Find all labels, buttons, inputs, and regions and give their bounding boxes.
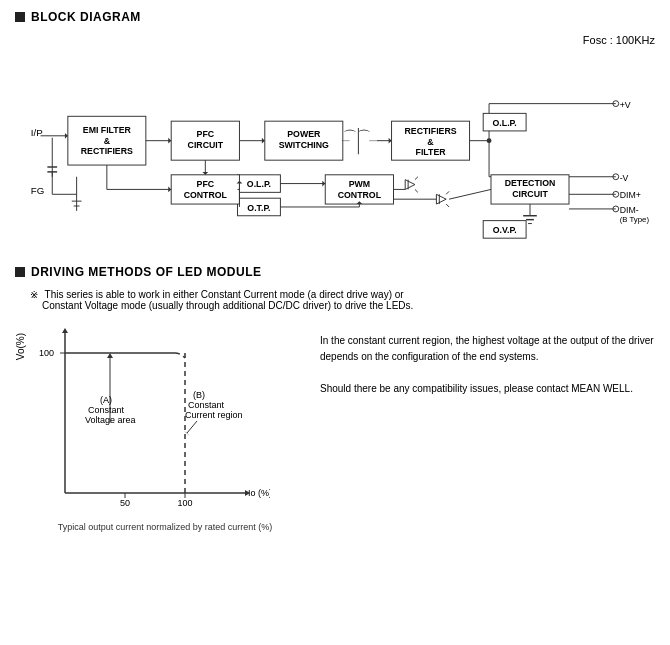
svg-text:CONTROL: CONTROL bbox=[184, 190, 228, 200]
svg-text:Voltage area: Voltage area bbox=[85, 415, 136, 425]
svg-text:DIM+: DIM+ bbox=[620, 190, 641, 200]
svg-text:&: & bbox=[104, 136, 111, 146]
header-square-icon-2 bbox=[15, 267, 25, 277]
block-diagram-container: I/P FG EMI FILTER & bbox=[15, 50, 655, 245]
svg-text:PWM: PWM bbox=[349, 179, 370, 189]
driving-methods-title: DRIVING METHODS OF LED MODULE bbox=[31, 265, 262, 279]
svg-text:FILTER: FILTER bbox=[416, 147, 447, 157]
svg-text:-V: -V bbox=[620, 173, 629, 183]
svg-text:&: & bbox=[427, 137, 434, 147]
note-line1: This series is able to work in either Co… bbox=[45, 289, 404, 300]
svg-text:Constant: Constant bbox=[88, 405, 125, 415]
driving-description: In the constant current region, the high… bbox=[320, 323, 654, 397]
chart-bottom-label: Typical output current normalized by rat… bbox=[30, 522, 300, 532]
svg-text:(B): (B) bbox=[193, 390, 205, 400]
fosc-label: Fosc : 100KHz bbox=[15, 34, 655, 46]
chart-svg: 100 50 100 Io (%) bbox=[30, 323, 270, 518]
chart-area: 100 50 100 Io (%) bbox=[30, 323, 300, 532]
svg-text:CIRCUIT: CIRCUIT bbox=[188, 140, 224, 150]
svg-text:O.V.P.: O.V.P. bbox=[493, 225, 517, 235]
svg-line-122 bbox=[187, 421, 197, 433]
svg-text:⌒⌒: ⌒⌒ bbox=[343, 129, 371, 144]
desc-line1: In the constant current region, the high… bbox=[320, 335, 654, 346]
chart-wrapper: Vo(%) 100 bbox=[15, 323, 300, 532]
block-diagram-svg: I/P FG EMI FILTER & bbox=[15, 50, 655, 245]
svg-text:O.L.P.: O.L.P. bbox=[247, 179, 271, 189]
desc-line2: depends on the configuration of the end … bbox=[320, 351, 538, 362]
svg-text:CONTROL: CONTROL bbox=[338, 190, 382, 200]
page: BLOCK DIAGRAM Fosc : 100KHz I/P FG bbox=[0, 0, 670, 542]
svg-marker-103 bbox=[62, 328, 68, 333]
svg-text:SWITCHING: SWITCHING bbox=[279, 140, 329, 150]
svg-text:(A): (A) bbox=[100, 395, 112, 405]
svg-line-74 bbox=[446, 204, 449, 207]
svg-marker-71 bbox=[436, 194, 446, 204]
svg-text:RECTIFIERS: RECTIFIERS bbox=[404, 126, 456, 136]
svg-text:FG: FG bbox=[31, 185, 45, 196]
svg-text:POWER: POWER bbox=[287, 129, 321, 139]
block-diagram-title: BLOCK DIAGRAM bbox=[31, 10, 141, 24]
svg-text:O.L.P.: O.L.P. bbox=[493, 118, 517, 128]
y-axis-label: Vo(%) bbox=[15, 333, 26, 360]
svg-text:+V: +V bbox=[620, 100, 631, 110]
svg-text:50: 50 bbox=[120, 498, 130, 508]
note-prefix: ※ bbox=[30, 289, 38, 300]
svg-marker-67 bbox=[405, 180, 415, 190]
svg-text:Io (%): Io (%) bbox=[248, 488, 270, 498]
svg-text:RECTIFIERS: RECTIFIERS bbox=[81, 146, 133, 156]
block-diagram-header: BLOCK DIAGRAM bbox=[15, 10, 655, 24]
note-line2: Constant Voltage mode (usually through a… bbox=[42, 300, 413, 311]
svg-text:EMI FILTER: EMI FILTER bbox=[83, 125, 132, 135]
header-square-icon bbox=[15, 12, 25, 22]
block-diagram-section: BLOCK DIAGRAM Fosc : 100KHz I/P FG bbox=[15, 10, 655, 245]
svg-line-70 bbox=[415, 189, 418, 192]
svg-line-78 bbox=[449, 189, 491, 199]
svg-text:PFC: PFC bbox=[197, 129, 215, 139]
svg-text:Constant: Constant bbox=[188, 400, 225, 410]
driving-note: ※ This series is able to work in either … bbox=[30, 289, 655, 311]
svg-text:PFC: PFC bbox=[197, 179, 215, 189]
svg-text:(B Type): (B Type) bbox=[620, 215, 650, 224]
driving-methods-header: DRIVING METHODS OF LED MODULE bbox=[15, 265, 655, 279]
driving-content: Vo(%) 100 bbox=[15, 323, 655, 532]
svg-text:CIRCUIT: CIRCUIT bbox=[512, 189, 548, 199]
svg-line-73 bbox=[446, 191, 449, 194]
svg-text:DETECTION: DETECTION bbox=[505, 178, 556, 188]
desc-line3: Should there be any compatibility issues… bbox=[320, 383, 633, 394]
svg-text:DIM-: DIM- bbox=[620, 205, 639, 215]
svg-line-69 bbox=[415, 177, 418, 180]
svg-text:Current region: Current region bbox=[185, 410, 243, 420]
svg-text:O.T.P.: O.T.P. bbox=[247, 203, 270, 213]
svg-text:100: 100 bbox=[177, 498, 192, 508]
driving-methods-section: DRIVING METHODS OF LED MODULE ※ This ser… bbox=[15, 265, 655, 532]
svg-text:100: 100 bbox=[39, 348, 54, 358]
